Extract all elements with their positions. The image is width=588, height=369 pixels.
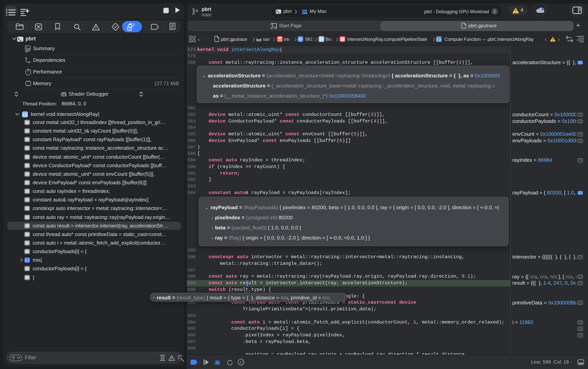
svg-text:( ): ( ): [25, 258, 29, 262]
svg-text:{ }: { }: [437, 37, 441, 41]
svg-text:{ }: { }: [23, 112, 27, 116]
